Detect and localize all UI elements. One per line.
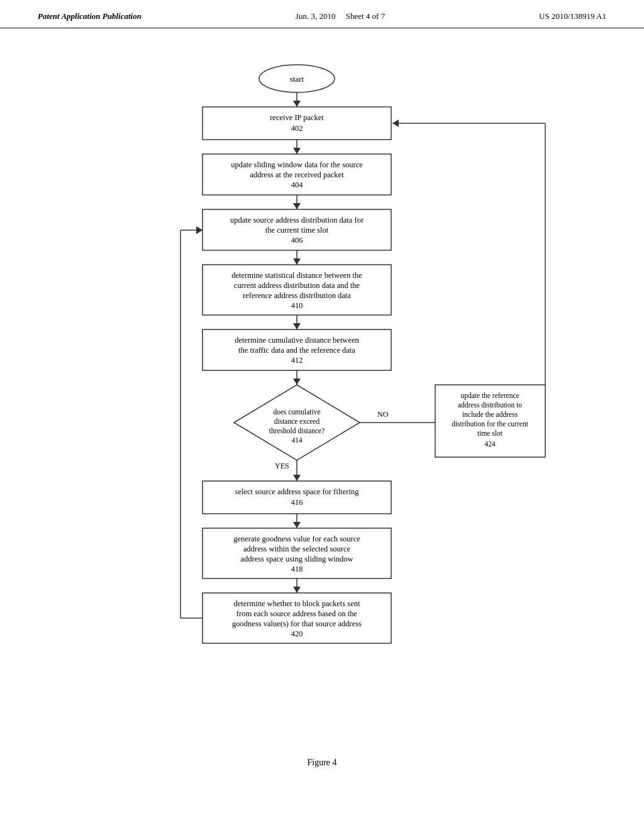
node-404-line3: 404 — [291, 180, 304, 189]
node-418-line2: address within the selected source — [243, 545, 351, 553]
svg-rect-27 — [203, 481, 391, 514]
node-424-line5: time slot — [477, 429, 503, 437]
header-publication: Patent Application Publication — [38, 11, 142, 21]
svg-marker-26 — [293, 475, 301, 481]
node-412-line3: 412 — [291, 356, 303, 365]
node-410-line3: reference address distribution data — [243, 291, 351, 300]
node-416-line1: select source address space for filterin… — [235, 487, 360, 496]
node-406-line3: 406 — [291, 236, 303, 245]
node-420-line2: from each source address based on the — [236, 609, 358, 618]
svg-marker-24 — [392, 119, 399, 127]
node-414-label: 414 — [291, 436, 303, 444]
flowchart-diagram: start receive IP packet 402 update slidi… — [83, 47, 561, 739]
node-418-line1: generate goodness value for each source — [233, 534, 360, 543]
node-424-line2: address distribution to — [458, 401, 522, 409]
node-412-line1: determine cumulative distance between — [235, 336, 359, 345]
node-414-line1: does cumulative — [273, 408, 320, 416]
node-424-line1: update the reference — [460, 392, 519, 400]
node-404-line1: update sliding window data for the sourc… — [231, 160, 363, 169]
node-424-line4: distribution for the current — [452, 420, 528, 428]
svg-marker-8 — [293, 203, 301, 209]
node-402-line2: 402 — [291, 124, 303, 133]
node-410-line2: current address distribution data and th… — [234, 281, 360, 290]
node-402-line1: receive IP packet — [270, 113, 324, 122]
header-date: Jun. 3, 2010 — [296, 11, 336, 21]
figure-caption: Figure 4 — [307, 758, 336, 768]
node-420-line4: 420 — [291, 629, 303, 638]
svg-marker-2 — [293, 101, 301, 107]
svg-marker-5 — [293, 148, 301, 154]
no-label: NO — [377, 410, 389, 419]
node-418-line4: 418 — [291, 565, 303, 573]
svg-marker-37 — [196, 226, 203, 234]
node-424-line3: include the address — [462, 411, 518, 418]
node-420-line1: determine whether to block packets sent — [234, 599, 360, 608]
node-412-line2: the traffic data and the reference data — [238, 346, 355, 355]
diagram-area: start receive IP packet 402 update slidi… — [0, 28, 644, 780]
node-414-line2: distance exceed — [274, 418, 320, 425]
svg-marker-29 — [293, 522, 301, 528]
svg-rect-3 — [203, 107, 391, 140]
node-420-line3: goodness value(s) for that source addres… — [232, 619, 362, 628]
node-406-line1: update source address distribution data … — [230, 216, 364, 224]
svg-marker-32 — [293, 587, 301, 593]
node-418-line3: address space using sliding window — [240, 555, 353, 563]
svg-marker-15 — [293, 323, 301, 329]
node-406-line2: the current time slot — [265, 226, 329, 235]
page-header: Patent Application Publication Jun. 3, 2… — [0, 0, 644, 28]
node-414-line3: threshold distance? — [269, 427, 325, 434]
svg-marker-12 — [293, 258, 301, 265]
header-date-sheet: Jun. 3, 2010 Sheet 4 of 7 — [296, 11, 385, 21]
start-label: start — [290, 74, 304, 84]
node-416-line2: 416 — [291, 498, 303, 507]
yes-label: YES — [275, 462, 289, 470]
figure-label: Figure 4 — [307, 758, 336, 767]
node-424-line6: 424 — [484, 440, 496, 448]
node-404-line2: address at the received packet — [250, 170, 344, 179]
svg-marker-18 — [293, 379, 301, 385]
node-410-line4: 410 — [291, 301, 303, 310]
node-410-line1: determine statistical distance between t… — [231, 271, 362, 280]
header-patent-num: US 2010/138919 A1 — [539, 11, 606, 21]
header-sheet: Sheet 4 of 7 — [346, 11, 385, 21]
